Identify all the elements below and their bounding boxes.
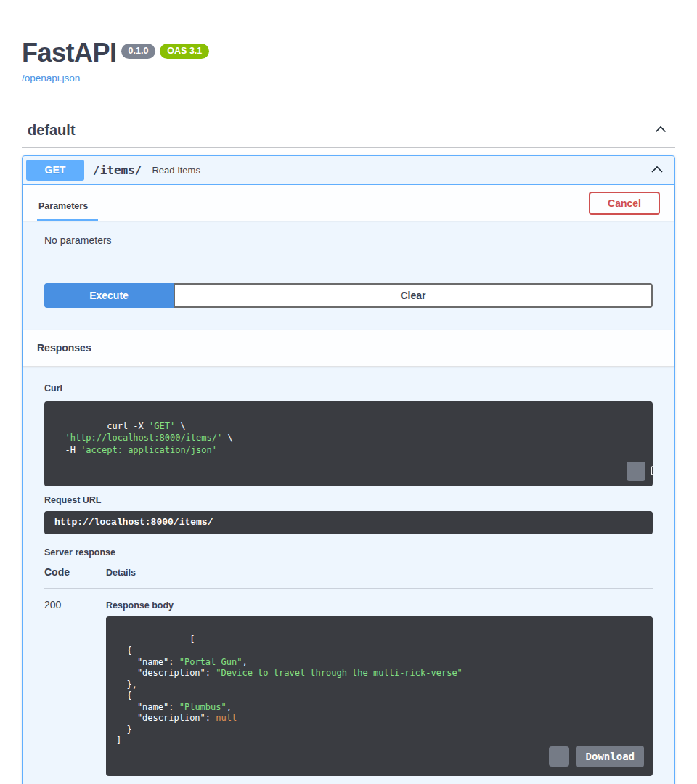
request-url-value: http://localhost:8000/items/	[44, 511, 653, 534]
response-body-controls: Download	[549, 746, 644, 767]
response-body-label: Response body	[106, 600, 653, 611]
tag-title: default	[28, 122, 76, 139]
curl-label: Curl	[44, 383, 62, 393]
page: FastAPI0.1.0OAS 3.1 /openapi.json defaul…	[0, 0, 697, 784]
oas-badge: OAS 3.1	[160, 44, 209, 59]
details-column-header: Details	[106, 568, 136, 578]
api-title: FastAPI	[22, 38, 117, 68]
download-button[interactable]: Download	[576, 746, 644, 767]
responses-header: Responses	[23, 330, 674, 367]
responses-body: Curl curl -X 'GET' \ 'http://localhost:8…	[23, 367, 674, 784]
tag-header-default[interactable]: default	[22, 122, 675, 148]
response-details: Response body [ { "name": "Portal Gun", …	[106, 599, 653, 784]
response-table-header: Code Details	[44, 566, 653, 589]
cancel-button[interactable]: Cancel	[589, 192, 660, 215]
parameters-header: Parameters Cancel	[23, 185, 674, 221]
response-row: 200 Response body [ { "name": "Portal Gu…	[44, 599, 653, 784]
clear-button[interactable]: Clear	[174, 283, 653, 308]
opblock-get-items: GET /items/ Read Items Parameters Cancel…	[22, 155, 675, 784]
status-code: 200	[44, 599, 106, 784]
operation-path: /items/	[84, 163, 149, 177]
code-column-header: Code	[44, 566, 106, 578]
curl-command-text: curl -X 'GET' \ 'http://localhost:8000/i…	[54, 421, 233, 455]
operation-summary: Read Items	[149, 165, 643, 176]
response-body-json: [ { "name": "Portal Gun", "description":…	[116, 634, 462, 746]
server-response-label: Server response	[44, 547, 653, 558]
tag-section-default: default GET /items/ Read Items Parameter…	[22, 122, 675, 784]
api-info: FastAPI0.1.0OAS 3.1 /openapi.json	[22, 38, 675, 84]
copy-to-clipboard-button[interactable]	[627, 462, 645, 481]
opblock-summary[interactable]: GET /items/ Read Items	[23, 156, 674, 185]
version-badge: 0.1.0	[121, 44, 156, 59]
clipboard-icon	[612, 454, 653, 486]
curl-command: curl -X 'GET' \ 'http://localhost:8000/i…	[44, 401, 653, 486]
chevron-up-icon[interactable]	[653, 123, 668, 139]
response-body: [ { "name": "Portal Gun", "description":…	[106, 616, 653, 776]
openapi-spec-link[interactable]: /openapi.json	[22, 73, 80, 83]
execute-wrapper: Execute Clear	[23, 272, 674, 330]
method-badge: GET	[26, 160, 84, 181]
tab-parameters[interactable]: Parameters	[37, 201, 98, 221]
parameters-body: No parameters	[23, 221, 674, 272]
request-url-label: Request URL	[44, 495, 653, 505]
chevron-up-icon[interactable]	[643, 163, 671, 179]
execute-button[interactable]: Execute	[44, 283, 174, 308]
no-parameters-message: No parameters	[44, 234, 112, 246]
copy-to-clipboard-button[interactable]	[549, 746, 569, 767]
